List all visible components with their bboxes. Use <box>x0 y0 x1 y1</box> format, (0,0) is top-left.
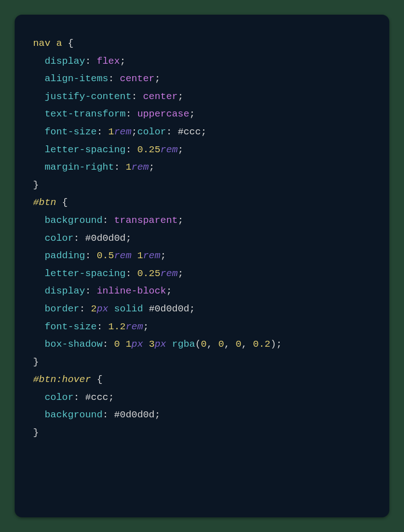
code-token <box>108 304 114 314</box>
code-token: nav a <box>33 38 62 49</box>
code-token: px <box>131 339 143 349</box>
code-token: uppercase <box>137 109 189 119</box>
code-token: { <box>62 38 73 49</box>
code-token: display <box>45 56 85 66</box>
code-token: : <box>97 127 108 137</box>
code-token <box>143 339 149 349</box>
code-token: ; <box>149 162 155 172</box>
code-token: rem <box>114 127 131 137</box>
code-token: ( <box>195 339 201 349</box>
code-token: 0 <box>218 339 224 349</box>
code-token: : <box>108 73 120 84</box>
code-token: : <box>131 91 143 102</box>
code-token: background <box>45 215 102 226</box>
code-token: rem <box>126 321 143 332</box>
code-token: 3 <box>149 339 155 349</box>
code-token: 0.5 <box>97 250 114 261</box>
code-token: margin-right <box>45 162 114 172</box>
code-token: ; <box>160 250 166 261</box>
code-token: ; <box>143 321 149 332</box>
code-token: ; <box>201 127 207 137</box>
css-code-block: nav a { display: flex; align-items: cent… <box>33 35 371 442</box>
code-token: color <box>45 233 73 244</box>
code-token: rgba <box>172 339 195 349</box>
code-token: flex <box>97 56 120 66</box>
code-token: : <box>114 162 125 172</box>
code-token: ; <box>178 144 184 155</box>
code-token: align-items <box>45 73 108 84</box>
code-token: rem <box>160 144 178 155</box>
code-token: ; <box>276 339 282 349</box>
code-token: letter-spacing <box>45 144 125 155</box>
code-token: { <box>56 197 67 208</box>
code-token: #ccc <box>85 392 108 403</box>
code-token: px <box>97 304 108 314</box>
code-token: 0.2 <box>253 339 270 349</box>
code-token: : <box>126 109 137 119</box>
code-token: ; <box>155 73 161 84</box>
code-token: : <box>102 215 114 226</box>
code-token: :hover <box>56 374 91 385</box>
code-token: ; <box>178 91 184 102</box>
code-token: padding <box>45 250 85 261</box>
code-token: justify-content <box>45 91 131 102</box>
code-token: inline-block <box>97 286 166 296</box>
code-token: ; <box>126 233 132 244</box>
code-token <box>131 250 137 261</box>
code-card: nav a { display: flex; align-items: cent… <box>15 15 389 517</box>
code-token: : <box>126 268 137 279</box>
code-token: : <box>102 339 114 349</box>
code-token: : <box>102 410 114 420</box>
code-token: ; <box>189 304 195 314</box>
code-token: font-size <box>45 127 96 137</box>
code-token: ; <box>108 392 114 403</box>
code-token: letter-spacing <box>45 268 125 279</box>
code-token: 1 <box>126 339 132 349</box>
code-token: rem <box>114 250 131 261</box>
code-token: : <box>97 321 108 332</box>
code-token: : <box>79 304 91 314</box>
code-token: : <box>85 286 96 296</box>
code-token: : <box>85 56 96 66</box>
code-token: display <box>45 286 85 296</box>
code-token: transparent <box>114 215 178 226</box>
code-token: #0d0d0d <box>85 233 125 244</box>
code-token: rem <box>160 268 178 279</box>
code-token: ) <box>270 339 276 349</box>
code-token: px <box>155 339 166 349</box>
code-token: , <box>241 339 253 349</box>
code-token: text-transform <box>45 109 125 119</box>
code-token: 0 <box>201 339 207 349</box>
code-token: font-size <box>45 321 96 332</box>
code-token: rem <box>143 250 161 261</box>
code-token: 1 <box>108 127 114 137</box>
code-token: #btn <box>33 197 56 208</box>
code-token: } <box>33 357 39 367</box>
code-token: 1 <box>126 162 132 172</box>
code-token: : <box>126 144 137 155</box>
code-token: } <box>33 180 39 190</box>
code-token: ; <box>155 410 161 420</box>
code-token: #0d0d0d <box>149 304 189 314</box>
code-token: ; <box>178 215 184 226</box>
code-token: 2 <box>91 304 97 314</box>
code-token: center <box>143 91 178 102</box>
code-token <box>143 304 149 314</box>
code-token: : <box>166 127 178 137</box>
code-token: #ccc <box>178 127 201 137</box>
code-token: rem <box>131 162 149 172</box>
code-token: 1 <box>137 250 143 261</box>
code-token: } <box>33 427 39 438</box>
code-token: : <box>73 392 85 403</box>
code-token: : <box>73 233 85 244</box>
code-token: ; <box>178 268 184 279</box>
code-token: ; <box>120 56 126 66</box>
code-token: 0 <box>114 339 120 349</box>
code-token: { <box>91 374 102 385</box>
code-token: ; <box>189 109 195 119</box>
code-token: ; <box>166 286 172 296</box>
code-token: , <box>207 339 218 349</box>
code-token <box>166 339 172 349</box>
code-token: 0 <box>236 339 241 349</box>
code-token: color <box>137 127 166 137</box>
